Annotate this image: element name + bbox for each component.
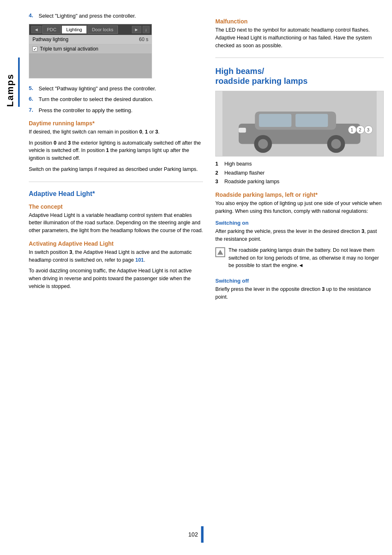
ui-nav-right: ► ↓ [132,26,150,33]
ui-checkbox-label: Triple turn signal activation [40,46,98,52]
beams-list: 1 High beams 2 Headlamp flasher 3 Roadsi… [215,161,384,186]
step-7-text: Press the controller to apply the settin… [39,107,132,114]
roadside-title: Roadside parking lamps, left or right* [215,191,384,198]
svg-point-4 [258,139,268,149]
daytime-body1: If desired, the light switch can remain … [29,128,203,136]
svg-text:1: 1 [350,127,353,132]
triangle-icon [217,250,223,255]
note-text: The roadside parking lamps drain the bat… [228,246,384,269]
adaptive-section-title: Adaptive Head Light* [29,190,203,198]
step-4-text: Select "Lighting" and press the controll… [39,12,136,20]
daytime-section-title: Daytime running lamps* [29,120,203,127]
roadside-body: You also enjoy the option of lighting up… [215,200,384,215]
beam-item-2: 2 Headlamp flasher [215,170,384,177]
svg-text:2: 2 [359,127,361,132]
ui-tab-lighting[interactable]: Lighting [62,25,87,34]
svg-rect-9 [295,114,328,127]
svg-point-6 [331,139,341,149]
left-column: 4. Select "Lighting" and press the contr… [29,12,203,543]
ui-checkbox-row: ✓ Triple turn signal activation [29,44,152,53]
step-7-num: 7. [29,107,35,114]
main-content: 4. Select "Lighting" and press the contr… [25,0,392,555]
ui-checkbox[interactable]: ✓ [32,46,37,51]
step-6-num: 6. [29,96,35,103]
car-image: 1 2 3 [215,91,384,157]
high-beams-title: High beams/roadside parking lamps [215,66,384,86]
beam-label-2: Headlamp flasher [224,170,265,177]
beam-num-1: 1 [215,161,221,168]
activating-body2: To avoid dazzling oncoming traffic, the … [29,267,203,290]
step-4: 4. Select "Lighting" and press the contr… [29,12,203,20]
switching-on-body: After parking the vehicle, press the lev… [215,228,384,243]
ui-back-btn[interactable]: ◄ [31,26,42,33]
beam-num-2: 2 [215,170,221,177]
step-6-text: Turn the controller to select the desire… [39,96,153,103]
note-box: The roadside parking lamps drain the bat… [215,246,384,273]
svg-rect-7 [239,128,246,133]
switching-off-title: Switching off [215,278,384,284]
ui-pathway-value: 60 s [139,37,148,42]
ui-pathway-label: Pathway lighting [32,37,68,42]
ui-tab-pdc[interactable]: PDC [42,25,61,34]
ui-nav-down[interactable]: ↓ [143,26,150,33]
section-divider [29,182,203,182]
svg-text:3: 3 [367,127,369,132]
ui-screenshot: ◄ PDC Lighting Door locks ► ↓ Pathway li… [29,24,152,78]
right-column: Malfunction The LED next to the symbol f… [215,12,384,543]
step-4-num: 4. [29,12,35,20]
ui-row-pathway: Pathway lighting 60 s [29,35,152,44]
note-icon [215,247,225,257]
switching-on-title: Switching on [215,220,384,226]
step-6: 6. Turn the controller to select the des… [29,96,203,103]
page-container: Lamps 4. Select "Lighting" and press the… [0,0,392,555]
step-5-num: 5. [29,85,35,92]
beam-label-1: High beams [224,161,252,168]
page-footer: 102 [188,526,203,543]
ui-top-bar: ◄ PDC Lighting Door locks ► ↓ [29,24,152,35]
right-divider [215,58,384,58]
daytime-body3: Switch on the parking lamps if required … [29,166,203,173]
step-7: 7. Press the controller to apply the set… [29,107,203,114]
beam-item-1: 1 High beams [215,161,384,168]
ui-body [29,53,152,78]
beam-num-3: 3 [215,178,221,186]
step-5: 5. Select "Pathway lighting" and press t… [29,85,203,92]
ui-tab-doorlocks[interactable]: Door locks [88,25,118,34]
switching-off-body: Briefly press the lever in the opposite … [215,286,384,301]
concept-body: Adaptive Head Light is a variable headla… [29,212,203,235]
beam-item-3: 3 Roadside parking lamps [215,178,384,186]
daytime-body2: In position 0 and 3 the exterior lightin… [29,139,203,162]
activating-title: Activating Adaptive Head Light [29,240,203,247]
malfunction-body: The LED next to the symbol for automatic… [215,26,384,49]
activating-body1: In switch position 3, the Adaptive Head … [29,249,203,264]
beam-label-3: Roadside parking lamps [224,178,279,186]
concept-title: The concept [29,203,203,210]
page-bar [201,526,204,543]
page-number: 102 [188,531,198,538]
malfunction-title: Malfunction [215,18,384,25]
step-5-text: Select "Pathway lighting" and press the … [39,85,156,92]
sidebar-label: Lamps [5,58,20,107]
sidebar: Lamps [0,0,25,555]
svg-rect-8 [259,114,291,127]
ui-nav-forward[interactable]: ► [132,26,141,33]
